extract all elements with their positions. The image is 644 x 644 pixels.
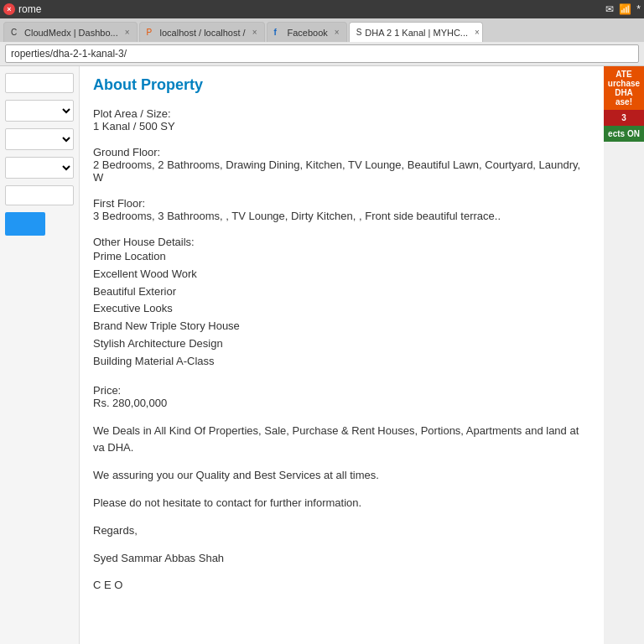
feature-item: Beautiful Exterior — [93, 283, 590, 301]
tab-favicon-3: f — [274, 28, 284, 38]
signal-icon: 📶 — [619, 3, 631, 15]
tab-dha[interactable]: S DHA 2 1 Kanal | MYHC... × — [349, 22, 483, 42]
feature-list: Prime LocationExcellent Wood WorkBeautif… — [93, 248, 590, 371]
browser-chrome: × rome ✉ 📶 * C CloudMedx | Dashbo... × P… — [0, 0, 644, 66]
ground-floor-label-text: Ground Floor: — [93, 146, 160, 158]
tab-label-4: DHA 2 1 Kanal | MYHC... — [365, 28, 468, 38]
feature-item: Excellent Wood Work — [93, 266, 590, 283]
price-section: Price: Rs. 280,00,000 — [93, 384, 590, 409]
ad-text-dha: DHA — [615, 88, 633, 97]
tab-favicon-1: C — [11, 28, 21, 38]
ad-block-3[interactable]: ects ON — [604, 126, 644, 142]
about-property-title: About Property — [93, 76, 590, 94]
tab-cloudmedx[interactable]: C CloudMedx | Dashbo... × — [3, 22, 138, 42]
browser-title: rome — [18, 3, 41, 15]
plot-area-value: 1 Kanal / 500 SY — [93, 120, 590, 132]
ad-text-ase: ase! — [615, 97, 632, 106]
description-2: We assuring you our Quality and Best Ser… — [93, 467, 590, 485]
ad-text-ects: ects — [608, 129, 625, 138]
contact-name: Syed Sammar Abbas Shah — [93, 550, 590, 568]
search-input[interactable] — [5, 73, 74, 93]
feature-item: Brand New Triple Story House — [93, 318, 590, 335]
address-bar[interactable]: roperties/dha-2-1-kanal-3/ — [5, 44, 639, 63]
ad-text-on: ON — [627, 129, 640, 138]
title-bar: × rome ✉ 📶 * — [0, 0, 644, 18]
filter-select-1[interactable] — [5, 100, 74, 122]
ad-sidebar: ATE urchase DHA ase! 3 ects ON — [604, 66, 644, 644]
tab-bar: C CloudMedx | Dashbo... × P localhost / … — [0, 18, 644, 42]
left-sidebar — [0, 66, 80, 644]
tab-label-3: Facebook — [288, 28, 328, 38]
first-floor-value: 3 Bedrooms, 3 Bathrooms, , TV Lounge, Di… — [93, 210, 590, 222]
tab-facebook[interactable]: f Facebook × — [267, 22, 347, 42]
main-content: About Property Plot Area / Size: 1 Kanal… — [80, 66, 604, 644]
other-details-label: Other House Details: — [93, 236, 590, 248]
description-3: Please do not hesitate to contact for fu… — [93, 495, 590, 512]
tab-localhost[interactable]: P localhost / localhost / × — [139, 22, 265, 42]
tab-close-3[interactable]: × — [335, 28, 340, 37]
price-value: Rs. 280,00,000 — [93, 397, 590, 409]
close-button[interactable]: × — [3, 3, 15, 15]
filter-input-2[interactable] — [5, 185, 74, 205]
ad-block-1[interactable]: ATE urchase DHA ase! — [604, 66, 644, 110]
feature-item: Stylish Architecture Design — [93, 335, 590, 353]
ground-floor-value: 2 Bedrooms, 2 Bathrooms, Drawing Dining,… — [93, 158, 590, 184]
feature-item: Prime Location — [93, 248, 590, 266]
ground-floor-label: Ground Floor: — [93, 146, 590, 158]
filter-select-3[interactable] — [5, 157, 74, 179]
tab-close-2[interactable]: × — [252, 28, 257, 37]
first-floor-section: First Floor: 3 Bedrooms, 3 Bathrooms, , … — [93, 197, 590, 222]
tab-label-1: CloudMedx | Dashbo... — [24, 28, 118, 38]
filter-select-2[interactable] — [5, 128, 74, 150]
tab-close-4[interactable]: × — [475, 28, 480, 37]
bluetooth-icon: * — [636, 3, 641, 15]
regards-text: Regards, — [93, 522, 590, 540]
title-bar-icons: ✉ 📶 * — [605, 3, 641, 15]
page-layout: About Property Plot Area / Size: 1 Kanal… — [0, 66, 644, 644]
feature-item: Building Material A-Class — [93, 353, 590, 371]
ad-text-3: 3 — [621, 113, 626, 122]
tab-close-1[interactable]: × — [125, 28, 130, 37]
description-1: We Deals in All Kind Of Properties, Sale… — [93, 423, 590, 458]
plot-area-label: Plot Area / Size: — [93, 107, 590, 120]
search-button[interactable] — [5, 212, 45, 236]
ground-floor-section: Ground Floor: 2 Bedrooms, 2 Bathrooms, D… — [93, 146, 590, 184]
price-label: Price: — [93, 384, 590, 397]
tab-favicon-4: S — [356, 28, 362, 38]
feature-item: Executive Looks — [93, 300, 590, 318]
tab-favicon-2: P — [147, 28, 157, 38]
ad-text-urchase: urchase — [608, 79, 640, 88]
tab-label-2: localhost / localhost / — [160, 28, 246, 38]
first-floor-label: First Floor: — [93, 197, 590, 210]
ad-block-2[interactable]: 3 — [604, 110, 644, 126]
ad-text-ate: ATE — [615, 70, 631, 79]
contact-title: C E O — [93, 577, 590, 595]
mail-icon[interactable]: ✉ — [605, 3, 614, 15]
address-text: roperties/dha-2-1-kanal-3/ — [11, 48, 127, 60]
other-details-section: Other House Details: Prime LocationExcel… — [93, 236, 590, 371]
plot-area-section: Plot Area / Size: 1 Kanal / 500 SY — [93, 107, 590, 132]
